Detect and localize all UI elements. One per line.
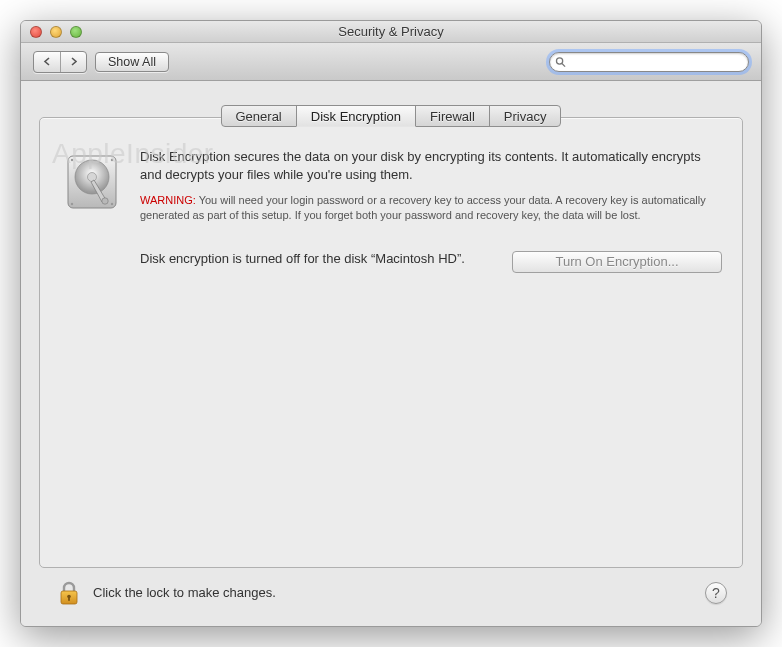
warning-label: WARNING:	[140, 194, 196, 206]
tab-strip: General Disk Encryption Firewall Privacy	[221, 105, 562, 127]
lock-hint-text: Click the lock to make changes.	[93, 585, 276, 600]
svg-point-5	[102, 198, 108, 204]
status-row: Disk encryption is turned off for the di…	[60, 251, 722, 273]
close-button[interactable]	[30, 26, 42, 38]
svg-point-9	[111, 203, 113, 205]
forward-button[interactable]	[60, 52, 86, 72]
description-column: Disk Encryption secures the data on your…	[140, 148, 722, 223]
nav-buttons	[33, 51, 87, 73]
description-row: Disk Encryption secures the data on your…	[60, 148, 722, 223]
tab-privacy[interactable]: Privacy	[489, 105, 562, 127]
svg-point-8	[71, 203, 73, 205]
warning-block: WARNING: You will need your login passwo…	[140, 193, 722, 223]
chevron-left-icon	[43, 57, 51, 66]
titlebar: Security & Privacy	[21, 21, 761, 43]
tabs: General Disk Encryption Firewall Privacy	[39, 105, 743, 127]
help-icon: ?	[712, 585, 720, 601]
svg-point-4	[88, 173, 97, 182]
window-title: Security & Privacy	[21, 24, 761, 39]
turn-on-encryption-button[interactable]: Turn On Encryption...	[512, 251, 722, 273]
svg-line-1	[562, 63, 565, 66]
toolbar: Show All	[21, 43, 761, 81]
svg-point-0	[556, 57, 562, 63]
search-icon	[555, 56, 566, 67]
lock-icon[interactable]	[55, 579, 83, 607]
traffic-lights	[21, 26, 82, 38]
minimize-button[interactable]	[50, 26, 62, 38]
zoom-button[interactable]	[70, 26, 82, 38]
search-field-wrap	[549, 52, 749, 72]
warning-text: You will need your login password or a r…	[140, 194, 706, 221]
turn-on-encryption-label: Turn On Encryption...	[555, 254, 678, 269]
content-area: General Disk Encryption Firewall Privacy…	[21, 81, 761, 626]
svg-point-7	[111, 159, 113, 161]
tab-firewall[interactable]: Firewall	[415, 105, 490, 127]
svg-point-6	[71, 159, 73, 161]
tab-general[interactable]: General	[221, 105, 297, 127]
encryption-status-text: Disk encryption is turned off for the di…	[140, 251, 492, 266]
show-all-label: Show All	[108, 55, 156, 69]
tab-disk-encryption[interactable]: Disk Encryption	[296, 105, 416, 127]
search-input[interactable]	[549, 52, 749, 72]
help-button[interactable]: ?	[705, 582, 727, 604]
hard-disk-icon	[60, 150, 124, 214]
svg-rect-12	[68, 597, 70, 601]
show-all-button[interactable]: Show All	[95, 52, 169, 72]
preferences-window: Security & Privacy Show All	[20, 20, 762, 627]
footer: Click the lock to make changes. ?	[39, 568, 743, 616]
disk-encryption-panel: AppleInsider	[39, 117, 743, 568]
tab-container: General Disk Encryption Firewall Privacy…	[39, 117, 743, 568]
chevron-right-icon	[70, 57, 78, 66]
back-button[interactable]	[34, 52, 60, 72]
description-text: Disk Encryption secures the data on your…	[140, 148, 722, 183]
